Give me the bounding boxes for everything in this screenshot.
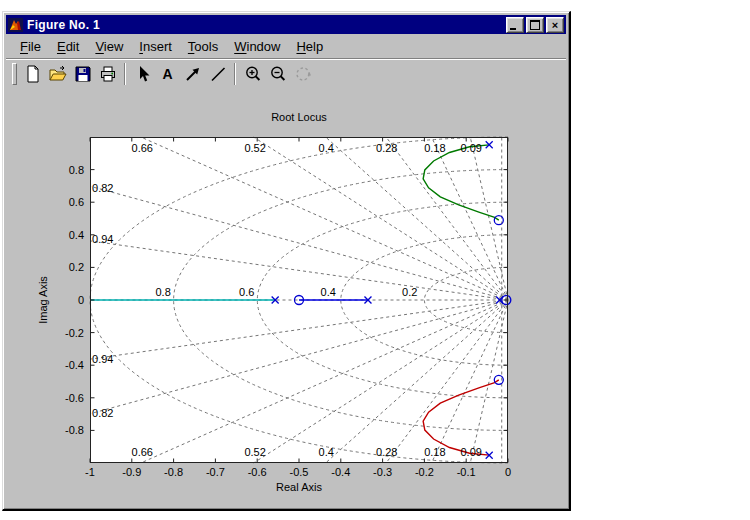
pointer-tool-button[interactable]	[130, 63, 155, 86]
window-title: Figure No. 1	[27, 18, 504, 32]
toolbar-drag-handle[interactable]	[12, 63, 17, 85]
open-file-button[interactable]	[45, 63, 70, 86]
rotate-3d-icon	[293, 64, 313, 84]
new-document-icon	[23, 64, 43, 84]
zoom-out-button[interactable]	[265, 63, 290, 86]
line-icon	[208, 64, 228, 84]
menu-insert[interactable]: Insert	[131, 36, 180, 57]
plot-title: Root Locus	[90, 111, 508, 123]
menu-view[interactable]: View	[87, 36, 131, 57]
desktop-page: Figure No. 1 × FileEditViewInsertToolsWi…	[0, 0, 750, 520]
print-icon	[98, 64, 118, 84]
toolbar-separator	[124, 63, 126, 85]
arrow-tool-button[interactable]	[180, 63, 205, 86]
print-figure-button[interactable]	[95, 63, 120, 86]
text-tool-button[interactable]: A	[155, 63, 180, 86]
y-axis-label: Imag Axis	[37, 240, 51, 360]
save-floppy-icon	[73, 64, 93, 84]
minimize-button[interactable]	[506, 17, 524, 33]
menu-window[interactable]: Window	[226, 36, 288, 57]
toolbar: A	[6, 58, 566, 89]
window-titlebar[interactable]: Figure No. 1 ×	[6, 15, 566, 34]
matlab-logo-icon	[8, 18, 23, 32]
pointer-icon	[133, 64, 153, 84]
rotate-3d-button[interactable]	[290, 63, 315, 86]
menu-tools[interactable]: Tools	[180, 36, 226, 57]
zoom-out-icon	[268, 64, 288, 84]
menu-edit[interactable]: Edit	[49, 36, 87, 57]
close-button[interactable]: ×	[546, 17, 564, 33]
line-tool-button[interactable]	[205, 63, 230, 86]
toolbar-separator	[234, 63, 236, 85]
text-tool-icon: A	[162, 67, 172, 81]
menu-file[interactable]: File	[12, 36, 49, 57]
open-folder-icon	[48, 64, 68, 84]
new-figure-button[interactable]	[20, 63, 45, 86]
zoom-in-button[interactable]	[240, 63, 265, 86]
zoom-in-icon	[243, 64, 263, 84]
arrow-ne-icon	[183, 64, 203, 84]
menu-help[interactable]: Help	[288, 36, 331, 57]
plot-area[interactable]	[90, 137, 508, 463]
x-axis-label: Real Axis	[90, 481, 508, 493]
maximize-button[interactable]	[526, 17, 544, 33]
save-figure-button[interactable]	[70, 63, 95, 86]
menu-bar: FileEditViewInsertToolsWindowHelp	[6, 34, 566, 58]
